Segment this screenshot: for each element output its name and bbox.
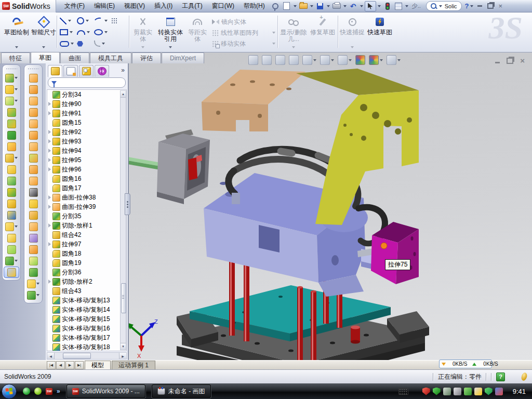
expand-caret[interactable]: [48, 102, 51, 106]
freeform-surface-button[interactable]: [25, 118, 41, 129]
doc-close-button[interactable]: ×: [520, 57, 525, 64]
flyout-caret[interactable]: [15, 77, 18, 79]
expand-caret[interactable]: [48, 149, 51, 153]
slot-tool-button[interactable]: [58, 38, 75, 49]
toolbar-drag-handle[interactable]: [6, 68, 17, 70]
revolved-surface-button[interactable]: [25, 84, 41, 95]
flyout-caret[interactable]: [15, 157, 18, 159]
tree-item[interactable]: 分割35: [47, 211, 126, 221]
flyout-caret[interactable]: [15, 88, 18, 90]
flyout-caret[interactable]: [331, 59, 334, 61]
combine-button[interactable]: [4, 198, 19, 209]
polygon-tool-button[interactable]: [75, 38, 92, 49]
rebuild-button[interactable]: [382, 2, 393, 11]
hscroll-thumb[interactable]: [63, 353, 91, 359]
panel-splitter-handle[interactable]: [125, 193, 130, 215]
tree-item[interactable]: 圆角19: [47, 258, 126, 268]
restore-button[interactable]: [487, 3, 494, 9]
flyout-caret[interactable]: [15, 225, 18, 228]
locating-ring-clamp[interactable]: [157, 129, 210, 204]
tree-item[interactable]: 拉伸95: [47, 155, 126, 165]
tab-dimxpert[interactable]: DimXpert: [162, 52, 204, 63]
flyout-caret[interactable]: [15, 260, 18, 262]
tree-item[interactable]: 圆角16: [47, 174, 126, 183]
tree-item[interactable]: 拉伸90: [47, 99, 126, 109]
rapid-sketch-button[interactable]: 快速草图: [367, 14, 393, 49]
ellipse-tool-button[interactable]: [92, 26, 110, 38]
tree-item[interactable]: 拉伸96: [47, 165, 126, 174]
search-input[interactable]: Solic: [445, 3, 457, 9]
star-tool-button[interactable]: [110, 38, 123, 49]
radiate-surface-button[interactable]: [25, 164, 41, 175]
expand-caret[interactable]: [48, 195, 51, 200]
tree-item[interactable]: 实体-移动/复制14: [47, 305, 126, 314]
scroll-up-arrow[interactable]: ▲: [121, 91, 126, 98]
doc-restore-button[interactable]: [507, 58, 513, 64]
volume-icon[interactable]: [454, 388, 461, 395]
menu-window[interactable]: 窗口(W): [208, 0, 238, 12]
flyout-caret[interactable]: [87, 31, 90, 33]
health-shield-icon[interactable]: [485, 388, 493, 395]
flyout-caret[interactable]: [68, 20, 71, 22]
select-button[interactable]: [365, 1, 376, 11]
rect-tool-button[interactable]: [58, 26, 75, 38]
new-flyout-caret[interactable]: [294, 5, 297, 7]
open-flyout-caret[interactable]: [310, 5, 313, 7]
pattern-tool-button[interactable]: [110, 15, 123, 26]
tree-item[interactable]: 组合43: [47, 286, 126, 296]
extend-surface-button[interactable]: [25, 221, 41, 232]
insert-block[interactable]: [371, 222, 419, 284]
flyout-caret[interactable]: [104, 20, 108, 22]
extruded-boss-button[interactable]: [4, 72, 19, 84]
flyout-caret[interactable]: [70, 31, 73, 33]
tree-item[interactable]: 组合42: [47, 230, 126, 240]
undo-button[interactable]: ↶: [348, 2, 358, 11]
menu-view[interactable]: 视图(V): [120, 0, 149, 12]
flyout-caret[interactable]: [397, 59, 401, 61]
save-button[interactable]: [315, 2, 325, 11]
top-clamp-plate[interactable]: [202, 70, 305, 131]
updates-gear-icon[interactable]: [443, 388, 451, 395]
arc-tool-button[interactable]: [75, 26, 92, 38]
tab-evaluate[interactable]: 评估: [132, 52, 161, 63]
close-button[interactable]: ×: [499, 3, 503, 9]
messenger-quicklaunch-icon[interactable]: [23, 388, 30, 395]
view-orientation-button[interactable]: [302, 55, 316, 65]
tree-item[interactable]: 分割34: [47, 90, 126, 99]
tree-item[interactable]: 拉伸92: [47, 127, 126, 137]
flyout-caret[interactable]: [86, 20, 89, 22]
configurationmanager-tab[interactable]: [79, 65, 94, 77]
swept-surface-button[interactable]: [25, 72, 41, 84]
tree-item[interactable]: 曲面-拉伸38: [47, 193, 126, 202]
expand-caret[interactable]: [48, 167, 51, 171]
extruded-cut-button[interactable]: [4, 84, 19, 95]
flyout-caret[interactable]: [36, 294, 39, 296]
featuremanager-tab[interactable]: [48, 65, 62, 77]
expand-caret[interactable]: [48, 280, 51, 284]
scroll-right-arrow[interactable]: ▶: [119, 353, 126, 359]
menu-file[interactable]: 文件(F): [60, 0, 89, 12]
circle-tool-button[interactable]: [75, 15, 92, 26]
apply-scene-button[interactable]: [369, 55, 383, 65]
safely-remove-icon[interactable]: [464, 388, 472, 395]
scroll-thumb[interactable]: [121, 283, 126, 313]
flyout-caret[interactable]: [104, 31, 108, 33]
start-button[interactable]: [2, 384, 17, 399]
dimxpertmanager-tab[interactable]: [95, 65, 109, 77]
tree-item[interactable]: 实体-移动/复制16: [47, 324, 126, 333]
quicklaunch-overflow[interactable]: »: [57, 388, 60, 395]
trim-surface-button[interactable]: [25, 232, 41, 244]
flyout-caret[interactable]: [15, 100, 18, 102]
flyout-caret[interactable]: [71, 43, 74, 45]
hide-show-items-button[interactable]: [338, 55, 352, 65]
print-flyout-caret[interactable]: [343, 5, 347, 7]
propertymanager-tab[interactable]: [63, 65, 78, 77]
filled-surface-button[interactable]: [25, 129, 41, 141]
mid-surface-button[interactable]: [25, 267, 41, 278]
expand-caret[interactable]: [48, 205, 51, 209]
tree-item[interactable]: 实体-移动/复制17: [47, 333, 126, 342]
filter-input[interactable]: [48, 77, 126, 88]
select-flyout-caret[interactable]: [378, 5, 381, 7]
expand-caret[interactable]: [48, 130, 51, 134]
security-shield-icon[interactable]: [433, 388, 441, 395]
